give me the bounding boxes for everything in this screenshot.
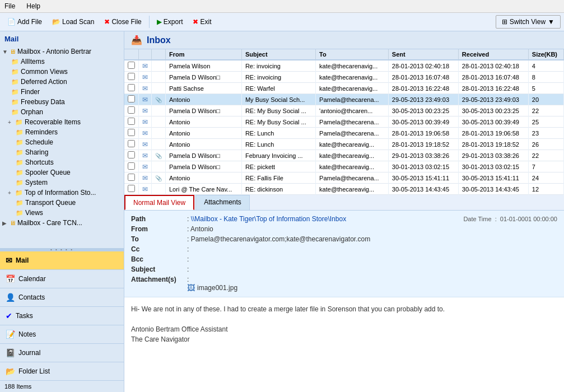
- checkbox-cell[interactable]: [124, 72, 139, 83]
- row-checkbox[interactable]: [128, 118, 135, 125]
- add-file-button[interactable]: 📄 Add File: [3, 16, 46, 28]
- tree-item-recoverable[interactable]: + 📁 Recoverable Items: [0, 117, 124, 127]
- row-checkbox[interactable]: [128, 174, 135, 181]
- tree-item-mailbox[interactable]: ▼ 🖥 Mailbox - Antonio Bertrar: [0, 46, 124, 57]
- table-row[interactable]: ✉ Antonio RE: My Busy Social ... Pamela@…: [124, 116, 564, 128]
- calendar-nav-icon: 📅: [6, 274, 15, 283]
- checkbox-cell[interactable]: [124, 116, 139, 128]
- nav-btn-notes[interactable]: 📝 Notes: [0, 325, 124, 343]
- tree-expand-recoverable[interactable]: +: [8, 119, 13, 125]
- tree-item-common-views[interactable]: 📁 Common Views: [0, 67, 124, 77]
- email-type-cell: ✉: [139, 60, 152, 72]
- checkbox-cell[interactable]: [124, 184, 139, 195]
- row-checkbox[interactable]: [128, 151, 135, 158]
- attachment-cell: [152, 60, 166, 72]
- tree-expand-topinfo[interactable]: +: [8, 190, 13, 196]
- email-from: Pamela D Wilson□: [166, 150, 242, 161]
- export-button[interactable]: ▶ Export: [153, 16, 187, 28]
- tree-item-spooler[interactable]: 📁 Spooler Queue: [0, 167, 124, 178]
- row-checkbox[interactable]: [128, 162, 135, 170]
- path-link[interactable]: \\Mailbox - Kate Tiger\Top of Informatio…: [191, 215, 346, 223]
- checkbox-cell[interactable]: [124, 161, 139, 172]
- nav-btn-journal[interactable]: 📓 Journal: [0, 343, 124, 362]
- row-checkbox[interactable]: [128, 62, 135, 69]
- email-sent: 30-05-2013 00:23:25: [388, 105, 458, 116]
- tree-item-shortcuts[interactable]: 📁 Shortcuts: [0, 157, 124, 167]
- bottom-nav: ✉ Mail 📅 Calendar 👤 Contacts ✔ Tasks 📝 N…: [0, 250, 124, 380]
- calendar-nav-label: Calendar: [18, 275, 46, 283]
- nav-btn-mail[interactable]: ✉ Mail: [0, 251, 124, 269]
- email-received: 29-01-2013 03:38:26: [458, 150, 528, 161]
- menu-help[interactable]: Help: [24, 1, 43, 11]
- tree-item-system[interactable]: 📁 System: [0, 178, 124, 188]
- tree-item-schedule[interactable]: 📁 Schedule: [0, 137, 124, 147]
- tree-item-transport[interactable]: 📁 Transport Queue: [0, 198, 124, 208]
- close-file-button[interactable]: ✖ Close File: [100, 16, 145, 28]
- checkbox-cell[interactable]: [124, 139, 139, 150]
- table-row[interactable]: ✉ Pamela D Wilson□ RE: invoicing kate@th…: [124, 72, 564, 83]
- row-checkbox[interactable]: [128, 185, 135, 192]
- table-row[interactable]: ✉ 📎 Antonio RE: Fallis File Pamela@theca…: [124, 172, 564, 184]
- tree-item-reminders[interactable]: 📁 Reminders: [0, 127, 124, 137]
- tree-item-deferred-action[interactable]: 📁 Deferred Action: [0, 77, 124, 87]
- checkbox-cell[interactable]: [124, 128, 139, 139]
- checkbox-cell[interactable]: [124, 94, 139, 105]
- nav-btn-calendar[interactable]: 📅 Calendar: [0, 269, 124, 288]
- row-checkbox[interactable]: [128, 73, 135, 80]
- subject-value: :: [187, 265, 557, 273]
- email-table-container: From Subject To Sent Received Size(KB) ✉…: [124, 49, 564, 195]
- folder-icon-common-views: 📁: [11, 68, 19, 76]
- switch-view-button[interactable]: ⊞ Switch View ▼: [496, 15, 561, 29]
- nav-btn-tasks[interactable]: ✔ Tasks: [0, 306, 124, 325]
- email-subject: Re: invoicing: [241, 60, 315, 72]
- table-row[interactable]: ✉ Pamela Wilson Re: invoicing kate@theca…: [124, 60, 564, 72]
- row-checkbox[interactable]: [128, 129, 135, 136]
- table-row[interactable]: ✉ Patti Sachse RE: Warfel kate@thecarena…: [124, 83, 564, 94]
- export-icon: ▶: [157, 18, 162, 26]
- tree-item-views[interactable]: 📁 Views: [0, 208, 124, 218]
- col-checkbox: [124, 49, 139, 60]
- row-checkbox[interactable]: [128, 140, 135, 147]
- attachment-indicator: 📎: [155, 153, 162, 159]
- preview-cc-row: Cc :: [131, 244, 557, 254]
- tree-item-orphan[interactable]: 📁 Orphan: [0, 107, 124, 117]
- tree-item-allitems[interactable]: 📁 AllItems: [0, 57, 124, 67]
- tree-expand-mailbox2[interactable]: ▶: [2, 220, 8, 226]
- checkbox-cell[interactable]: [124, 60, 139, 72]
- tree-item-finder[interactable]: 📁 Finder: [0, 87, 124, 97]
- menu-file[interactable]: File: [2, 1, 17, 11]
- nav-btn-contacts[interactable]: 👤 Contacts: [0, 288, 124, 306]
- attachment-cell: 📎: [152, 150, 166, 161]
- nav-btn-folder-list[interactable]: 📂 Folder List: [0, 362, 124, 380]
- load-scan-button[interactable]: 📂 Load Scan: [48, 16, 98, 28]
- tree-item-mailbox2[interactable]: ▶ 🖥 Mailbox - Care TCN...: [0, 218, 124, 228]
- email-from: Antonio: [166, 128, 242, 139]
- checkbox-cell[interactable]: [124, 172, 139, 184]
- row-checkbox[interactable]: [128, 95, 135, 102]
- table-row[interactable]: ✉ Pamela D Wilson□ RE: My Busy Social ..…: [124, 105, 564, 116]
- tree-expand-mailbox[interactable]: ▼: [2, 49, 8, 55]
- email-size: 23: [528, 128, 563, 139]
- table-row[interactable]: ✉ Pamela D Wilson□ RE: pickett kate@thec…: [124, 161, 564, 172]
- row-checkbox[interactable]: [128, 106, 135, 114]
- tree-item-freebusy[interactable]: 📁 Freebusy Data: [0, 97, 124, 107]
- tree-item-topinfo[interactable]: + 📁 Top of Information Sto...: [0, 188, 124, 198]
- table-row[interactable]: ✉ Lori @ The Care Nav... RE: dickinson k…: [124, 184, 564, 195]
- row-checkbox[interactable]: [128, 84, 135, 91]
- tree-label-reminders: Reminders: [25, 128, 58, 136]
- email-size: 25: [528, 116, 563, 128]
- table-row[interactable]: ✉ 📎 Antonio My Busy Social Sch... Pamela…: [124, 94, 564, 105]
- table-row[interactable]: ✉ 📎 Pamela D Wilson□ February Invoicing …: [124, 150, 564, 161]
- checkbox-cell[interactable]: [124, 83, 139, 94]
- tab-attachments[interactable]: Attachments: [195, 195, 250, 210]
- checkbox-cell[interactable]: [124, 150, 139, 161]
- table-row[interactable]: ✉ Antonio RE: Lunch Pamela@thecarena... …: [124, 128, 564, 139]
- table-row[interactable]: ✉ Antonio RE: Lunch kate@thecareavig... …: [124, 139, 564, 150]
- email-size: 4: [528, 60, 563, 72]
- tab-normal-mail-view[interactable]: Normal Mail View: [124, 195, 194, 210]
- contacts-nav-label: Contacts: [18, 293, 45, 301]
- checkbox-cell[interactable]: [124, 105, 139, 116]
- email-type-cell: ✉: [139, 105, 152, 116]
- exit-button[interactable]: ✖ Exit: [189, 16, 215, 28]
- tree-item-sharing[interactable]: 📁 Sharing: [0, 147, 124, 157]
